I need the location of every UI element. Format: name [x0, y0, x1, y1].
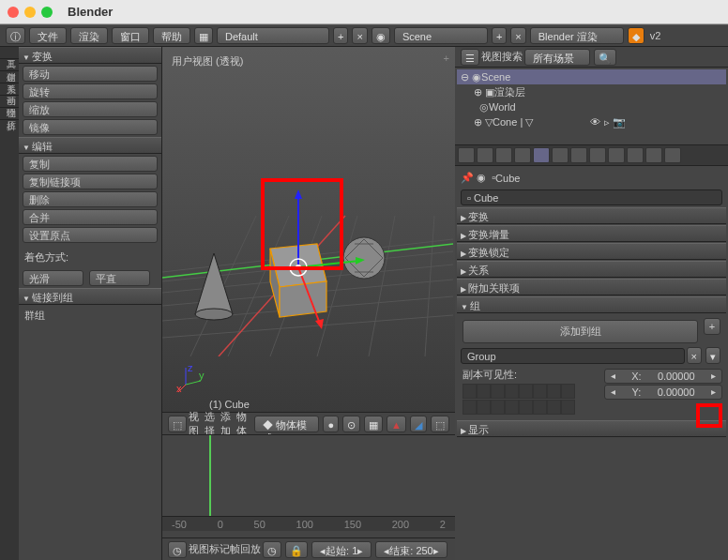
group-name-field[interactable]: Group — [461, 348, 685, 364]
panel-relations[interactable]: 关系 — [457, 261, 726, 278]
search-icon[interactable]: 🔍 — [594, 49, 616, 66]
tab-modifier-icon[interactable] — [570, 147, 587, 163]
end-frame-field[interactable]: ◂结束: 250▸ — [375, 541, 447, 558]
group-offset-x-field[interactable]: ◂ X:0.00000 ▸ — [604, 369, 722, 384]
panel-groups[interactable]: 组 — [457, 296, 726, 313]
layout-add-icon[interactable]: + — [333, 27, 348, 44]
editor-type-outliner-icon[interactable]: ☰ — [461, 49, 479, 66]
menu-window[interactable]: 窗口 — [112, 27, 149, 44]
tab-extrude[interactable]: 挤压 — [0, 108, 19, 120]
outliner-tree[interactable]: ⊖ ◉ Scene ⊕ ▣ 渲染层 ◎ World ⊕ ▽ Cone | ▽ 👁… — [455, 68, 728, 131]
orientation-icon[interactable]: ◢ — [410, 416, 427, 432]
manipulator-icon[interactable]: ▲ — [387, 416, 406, 432]
translate-button[interactable]: 移动 — [23, 66, 158, 82]
playhead[interactable] — [209, 435, 211, 516]
timeline-view-menu[interactable]: 视图 — [189, 542, 209, 556]
timeline-playback-menu[interactable]: 回放 — [240, 542, 261, 556]
lock-icon[interactable]: 🔒 — [285, 541, 308, 558]
panel-delta-transform[interactable]: 变换增量 — [457, 225, 726, 242]
menu-help[interactable]: 帮助 — [153, 27, 190, 44]
start-frame-field[interactable]: ◂起始: 1▸ — [311, 541, 372, 558]
tab-physics-icon[interactable] — [664, 147, 681, 163]
tab-object-icon[interactable] — [533, 147, 550, 163]
scene-add-icon[interactable]: + — [492, 27, 507, 44]
close-window-button[interactable] — [8, 7, 19, 18]
tab-scene-icon[interactable] — [495, 147, 512, 163]
zoom-window-button[interactable] — [41, 7, 53, 18]
rotate-button[interactable]: 旋转 — [23, 83, 158, 99]
panel-transform-header[interactable]: 变换 — [19, 47, 161, 64]
add-menu[interactable]: 添加 — [220, 410, 236, 438]
mirror-button[interactable]: 镜像 — [23, 119, 158, 135]
tab-tools[interactable]: 工具 — [0, 47, 19, 59]
outliner-item-world[interactable]: ◎ World — [457, 99, 726, 114]
editor-type-3dview-icon[interactable]: ⬚ — [168, 416, 187, 432]
engine-dropdown[interactable]: Blender 渲染 — [530, 27, 624, 44]
editor-type-icon[interactable]: ⓘ — [6, 27, 25, 44]
scene-icon[interactable]: ◉ — [372, 27, 390, 44]
tab-material-icon[interactable] — [608, 147, 625, 163]
3d-viewport[interactable]: 用户视图 (透视) (1) Cube — [162, 47, 455, 412]
menu-file[interactable]: 文件 — [29, 27, 67, 44]
tab-create[interactable]: 创建 — [0, 59, 19, 71]
object-menu[interactable]: 物体 — [236, 410, 252, 438]
layout-dropdown[interactable]: Default — [217, 27, 329, 44]
tab-particle-icon[interactable] — [645, 147, 662, 163]
panel-transform-locks[interactable]: 变换锁定 — [457, 243, 726, 260]
layer-visibility-grid[interactable] — [463, 384, 583, 416]
menu-render[interactable]: 渲染 — [70, 27, 108, 44]
panel-transform[interactable]: 变换 — [457, 207, 726, 224]
properties-panel-toggle-icon[interactable]: + — [444, 53, 449, 64]
add-group-plus-button[interactable]: + — [704, 318, 720, 335]
timeline-graph[interactable] — [162, 435, 455, 516]
group-specials-icon[interactable]: ▾ — [705, 347, 720, 364]
shade-smooth-button[interactable]: 光滑 — [23, 270, 83, 286]
outliner-item-scene[interactable]: ⊖ ◉ Scene — [457, 69, 726, 84]
add-to-group-button[interactable]: 添加到组 — [463, 320, 698, 343]
duplicate-linked-button[interactable]: 复制链接项 — [23, 174, 158, 189]
datablock-name-field[interactable]: ▫ Cube — [461, 189, 722, 205]
tab-physics[interactable]: 物理 — [0, 96, 19, 108]
layers-icon[interactable]: ▦ — [364, 416, 383, 432]
layout-icon[interactable]: ▦ — [194, 27, 213, 44]
delete-button[interactable]: 删除 — [23, 191, 158, 207]
snap-icon[interactable]: ⬚ — [431, 416, 449, 432]
outliner-search-menu[interactable]: 搜索 — [502, 50, 523, 64]
scene-dropdown[interactable]: Scene — [394, 27, 488, 44]
outliner-item-renderlayer[interactable]: ⊕ ▣ 渲染层 — [457, 84, 726, 99]
join-button[interactable]: 合并 — [23, 209, 158, 225]
set-origin-button[interactable]: 设置原点 — [23, 227, 158, 243]
pivot-icon[interactable]: ⊙ — [342, 416, 360, 432]
tab-renderlayer-icon[interactable] — [477, 147, 493, 163]
panel-edit-header[interactable]: 编辑 — [19, 137, 161, 154]
tab-relations[interactable]: 关系 — [0, 71, 19, 83]
outliner-item-cone[interactable]: ⊕ ▽ Cone | ▽ 👁 ▹ 📷 — [457, 114, 726, 129]
select-menu[interactable]: 选择 — [205, 410, 220, 438]
outliner-view-menu[interactable]: 视图 — [481, 50, 502, 64]
tab-texture-icon[interactable] — [627, 147, 644, 163]
remove-group-icon[interactable]: × — [687, 347, 702, 364]
tab-animation[interactable]: 动画 — [0, 83, 19, 96]
tab-world-icon[interactable] — [514, 147, 531, 163]
outliner-filter-dropdown[interactable]: 所有场景 — [524, 49, 590, 66]
scale-button[interactable]: 缩放 — [23, 101, 158, 117]
shade-flat-button[interactable]: 平直 — [89, 270, 150, 286]
panel-relations-extras[interactable]: 附加关联项 — [457, 279, 726, 295]
minimize-window-button[interactable] — [24, 7, 36, 18]
tab-render-icon[interactable] — [458, 147, 475, 163]
mode-dropdown[interactable]: ◆ 物体模式 ▾ — [254, 416, 320, 432]
viewport-shading-icon[interactable]: ● — [323, 416, 339, 432]
clock-icon[interactable]: ◷ — [263, 541, 281, 558]
tab-data-icon[interactable] — [589, 147, 606, 163]
panel-display[interactable]: 显示 — [457, 420, 726, 437]
panel-linkgroup-header[interactable]: 链接到组 — [19, 288, 161, 305]
tab-constraint-icon[interactable] — [552, 147, 569, 163]
group-offset-y-field[interactable]: ◂ Y:0.00000 ▸ — [604, 385, 722, 400]
view-menu[interactable]: 视图 — [189, 410, 205, 438]
timeline-frame-menu[interactable]: 帧 — [230, 542, 240, 556]
duplicate-button[interactable]: 复制 — [23, 156, 158, 172]
scene-remove-icon[interactable]: × — [510, 27, 525, 44]
layout-remove-icon[interactable]: × — [352, 27, 367, 44]
timeline-marker-menu[interactable]: 标记 — [209, 542, 230, 556]
editor-type-timeline-icon[interactable]: ◷ — [168, 541, 187, 558]
